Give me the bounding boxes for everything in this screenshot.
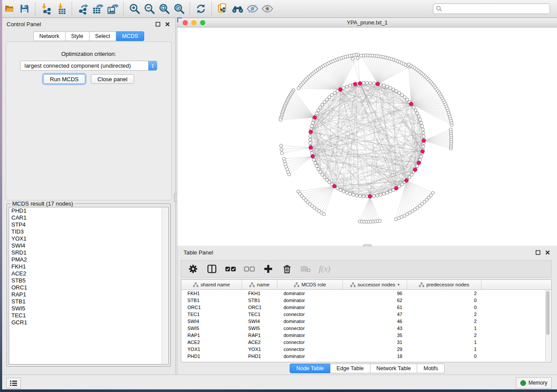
network-node[interactable] (309, 141, 312, 144)
mcds-node[interactable] (368, 195, 372, 199)
mcds-result-item[interactable]: STP4 (9, 221, 168, 228)
mcds-result-item[interactable]: SWI4 (9, 242, 168, 249)
save-session-icon[interactable] (17, 2, 32, 16)
network-node[interactable] (421, 128, 424, 131)
close-panel-icon[interactable] (164, 21, 171, 28)
tab-network-table[interactable]: Network Table (370, 364, 418, 373)
network-node[interactable] (386, 85, 389, 88)
network-node[interactable] (378, 219, 381, 222)
network-node[interactable] (372, 82, 375, 85)
zoom-selected-icon[interactable] (172, 2, 187, 16)
column-header-shared-name[interactable]: shared name (181, 280, 242, 289)
network-node[interactable] (369, 82, 372, 85)
network-node[interactable] (315, 165, 318, 168)
tab-network[interactable]: Network (33, 31, 66, 41)
network-node[interactable] (349, 193, 352, 196)
mcds-result-item[interactable]: SRD1 (9, 249, 168, 256)
network-node[interactable] (310, 124, 313, 127)
network-node[interactable] (362, 195, 365, 198)
network-node[interactable] (403, 96, 406, 99)
network-node[interactable] (345, 85, 348, 88)
network-graph[interactable] (177, 28, 557, 246)
column-header-MCDS-role[interactable]: MCDS role (277, 280, 343, 289)
close-panel-button[interactable]: Close panel (91, 74, 134, 84)
select-all-icon[interactable] (225, 263, 236, 275)
network-node[interactable] (417, 115, 420, 118)
mcds-node[interactable] (417, 161, 421, 165)
network-node[interactable] (420, 121, 423, 124)
mcds-node[interactable] (422, 139, 426, 143)
tab-mcds[interactable]: MCDS (116, 31, 144, 41)
network-node[interactable] (376, 194, 379, 197)
network-node[interactable] (297, 86, 300, 89)
mcds-node[interactable] (394, 186, 398, 190)
column-header-predecessor-nodes[interactable]: predecessor nodes (407, 280, 481, 289)
network-node[interactable] (280, 144, 283, 147)
mcds-result-item[interactable]: RAP1 (9, 291, 168, 298)
table-row[interactable]: PHD1PHD1dominator180 (181, 353, 551, 360)
show-column-panes-icon[interactable] (206, 263, 218, 275)
network-node[interactable] (351, 57, 354, 60)
network-node[interactable] (389, 190, 392, 193)
mcds-list-scrollbar[interactable] (162, 208, 168, 364)
network-node[interactable] (323, 100, 326, 103)
table-row[interactable]: FKH1FKH1dominator962 (181, 290, 551, 297)
network-node[interactable] (407, 63, 410, 66)
network-node[interactable] (280, 148, 283, 151)
network-node[interactable] (318, 106, 322, 109)
network-node[interactable] (311, 121, 314, 124)
mcds-node[interactable] (413, 168, 417, 172)
network-node[interactable] (342, 86, 345, 89)
search-input[interactable] (442, 5, 547, 12)
mcds-result-item[interactable]: SWI5 (9, 305, 168, 312)
export-image-icon[interactable] (105, 2, 120, 16)
optimization-criterion-select[interactable]: largest connected component (undirected)… (20, 61, 157, 71)
table-row[interactable]: ACE2ACE2connector311 (181, 339, 551, 346)
tab-motifs[interactable]: Motifs (417, 364, 444, 373)
network-node[interactable] (345, 191, 348, 194)
mcds-node[interactable] (376, 82, 380, 86)
show-eye-icon[interactable] (260, 2, 275, 16)
network-node[interactable] (349, 84, 352, 87)
network-node[interactable] (330, 93, 333, 96)
network-node[interactable] (360, 54, 363, 57)
table-row[interactable]: YOX1YOX1connector291 (181, 346, 551, 353)
network-node[interactable] (352, 193, 355, 196)
table-scrollbar[interactable] (545, 290, 551, 361)
mcds-node[interactable] (358, 82, 362, 86)
network-node[interactable] (401, 93, 404, 96)
network-node[interactable] (422, 145, 425, 148)
find-binoculars-icon[interactable] (230, 2, 245, 16)
network-node[interactable] (328, 96, 331, 99)
mcds-node[interactable] (353, 83, 357, 86)
table-row[interactable]: STB1STB1dominator620 (181, 297, 551, 304)
network-window-titlebar[interactable]: YPA_prune.txt_1 (177, 18, 557, 28)
network-node[interactable] (325, 98, 329, 101)
run-mcds-button[interactable]: Run MCDS (43, 74, 85, 84)
network-node[interactable] (356, 57, 359, 60)
network-node[interactable] (333, 91, 336, 94)
export-table-icon[interactable] (90, 2, 105, 16)
import-network-icon[interactable] (39, 2, 54, 16)
node-table[interactable]: shared namenameMCDS rolesuccessor nodes▾… (181, 279, 552, 362)
float-table-panel-icon[interactable] (534, 249, 541, 256)
network-node[interactable] (287, 173, 291, 176)
network-node[interactable] (342, 190, 345, 193)
network-node[interactable] (392, 88, 395, 91)
column-header-name[interactable]: name (242, 280, 277, 289)
delete-column-trash-icon[interactable] (281, 263, 293, 275)
network-node[interactable] (317, 109, 320, 112)
network-node[interactable] (382, 84, 385, 87)
network-node[interactable] (416, 112, 419, 115)
network-node[interactable] (422, 135, 425, 138)
network-node[interactable] (315, 112, 318, 115)
network-node[interactable] (401, 183, 404, 186)
mcds-result-item[interactable]: TEC1 (9, 312, 168, 319)
mcds-result-item[interactable]: PHD1 (9, 207, 168, 214)
network-node[interactable] (422, 131, 425, 134)
mcds-result-item[interactable]: ACE2 (9, 270, 168, 277)
table-row[interactable]: SWI4SWI4dominator462 (181, 318, 551, 325)
network-node[interactable] (317, 168, 320, 171)
network-node[interactable] (379, 193, 382, 196)
network-node[interactable] (421, 124, 424, 127)
